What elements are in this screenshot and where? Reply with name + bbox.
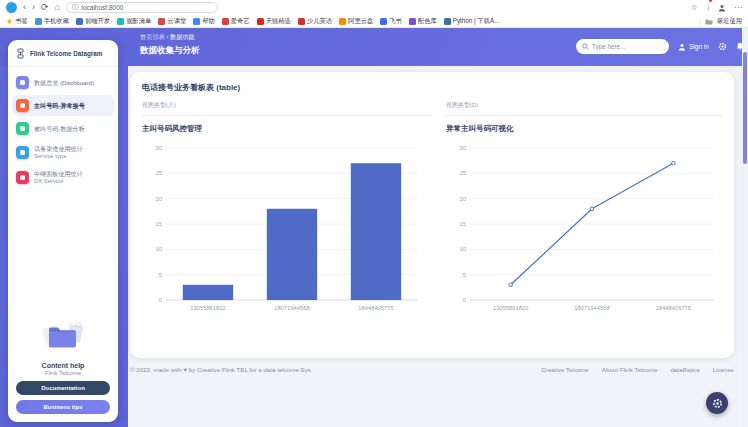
bookmark-item[interactable]: Python | 下载A... bbox=[444, 17, 500, 26]
bookmark-item[interactable]: 观影清单 bbox=[117, 17, 151, 26]
home-button[interactable]: ⌂ bbox=[55, 0, 60, 15]
bookmark-item[interactable]: 天猫精选 bbox=[257, 17, 291, 26]
favicon bbox=[35, 18, 42, 25]
sidebar-item-caller-abnormal[interactable]: 主叫号码-异常接号 bbox=[12, 95, 114, 116]
settings-gear-icon[interactable] bbox=[718, 42, 727, 51]
svg-text:5: 5 bbox=[463, 272, 466, 278]
bookmark-label: 少儿英语 bbox=[307, 17, 332, 26]
bar-chart-title: 主叫号码风控管理 bbox=[142, 124, 432, 134]
bookmark-label: 阿里云盘 bbox=[348, 17, 373, 26]
help-subtitle: Flink Telcome bbox=[16, 370, 110, 376]
sidebar-item-service-type[interactable]: 话务渠道使用统计Service type bbox=[12, 141, 114, 164]
profile-icon[interactable] bbox=[718, 4, 726, 12]
svg-text:0: 0 bbox=[463, 297, 466, 303]
browser-toolbar: ‹ › ⟳ ⌂ ⓘ localhost:8000 ☆ ↓ ⋯ bbox=[0, 0, 748, 15]
browser-logo-icon bbox=[6, 2, 17, 13]
icon-glyph bbox=[20, 126, 25, 131]
search-input[interactable] bbox=[592, 43, 662, 50]
favicon bbox=[222, 18, 229, 25]
svg-text:15: 15 bbox=[156, 221, 162, 227]
favicon bbox=[444, 18, 451, 25]
svg-text:25: 25 bbox=[156, 170, 162, 176]
sidebar-item-label: 话务渠道使用统计Service type bbox=[34, 145, 83, 160]
page-title: 数据收集与分析 bbox=[140, 45, 200, 57]
bookmark-star-icon[interactable]: ☆ bbox=[691, 0, 698, 15]
bookmark-item[interactable]: 手机收藏 bbox=[35, 17, 69, 26]
sidebar-item-label: 中继面板使用统计DX Service bbox=[34, 170, 83, 185]
bookmark-item[interactable]: 阿里云盘 bbox=[339, 17, 373, 26]
svg-text:10: 10 bbox=[156, 246, 162, 252]
brand-name: Flink Telcome Datagram bbox=[30, 50, 102, 57]
sidebar-item-dx-service[interactable]: 中继面板使用统计DX Service bbox=[12, 166, 114, 189]
address-bar[interactable]: ⓘ localhost:8000 bbox=[66, 2, 218, 13]
bookmark-item[interactable]: 爱奇艺 bbox=[222, 17, 250, 26]
callee-analysis-icon bbox=[16, 122, 29, 135]
footer-link[interactable]: License bbox=[713, 366, 734, 373]
favicon bbox=[193, 18, 200, 25]
bookmark-item[interactable]: 飞书 bbox=[380, 17, 402, 26]
footer-link[interactable]: dataRejice bbox=[670, 366, 699, 373]
bookmark-label: Python | 下载A... bbox=[453, 17, 500, 26]
bookmark-label: 配色库 bbox=[418, 17, 437, 26]
sidebar-item-sublabel: DX Service bbox=[34, 178, 83, 185]
svg-text:18448405775: 18448405775 bbox=[358, 305, 393, 311]
copyright-text: © 2022, made with ♥ by Creative Flink TE… bbox=[130, 366, 313, 373]
downloads-icon[interactable]: ↓ bbox=[706, 0, 710, 15]
bookmark-item[interactable]: 前端开发 bbox=[76, 17, 110, 26]
brand[interactable]: Flink Telcome Datagram bbox=[8, 40, 118, 67]
svg-text:5: 5 bbox=[159, 272, 162, 278]
svg-text:20: 20 bbox=[460, 196, 466, 202]
footer-link[interactable]: Creative Telcome bbox=[541, 366, 589, 373]
icon-glyph bbox=[20, 175, 25, 180]
sidebar-item-callee-analysis[interactable]: 被叫号码-数据分析 bbox=[12, 118, 114, 139]
sidebar-item-dashboard[interactable]: 数据总览 (Dashboard) bbox=[12, 72, 114, 93]
star-icon: ★ bbox=[6, 18, 13, 25]
favicon bbox=[158, 18, 165, 25]
bar-chart: 0510152025301305586182218071944568184484… bbox=[142, 138, 426, 318]
reload-button[interactable]: ⟳ bbox=[41, 0, 49, 15]
left-view-tag: 视图类型(入) bbox=[142, 101, 432, 116]
page-header: 首页仪表 / 数据功能 数据收集与分析 bbox=[140, 33, 200, 57]
sidebar-item-label: 被叫号码-数据分析 bbox=[34, 125, 85, 133]
dx-service-icon bbox=[16, 171, 29, 184]
sidebar-help: Content help Flink Telcome Documentation… bbox=[8, 319, 118, 422]
gear-icon bbox=[712, 398, 723, 409]
back-button[interactable]: ‹ bbox=[23, 0, 26, 15]
icon-glyph bbox=[20, 103, 25, 108]
bookmark-label: 手机收藏 bbox=[44, 17, 69, 26]
bookmark-item[interactable]: 帮助 bbox=[193, 17, 215, 26]
svg-text:10: 10 bbox=[460, 246, 466, 252]
bookmark-item[interactable]: 少儿英语 bbox=[298, 17, 332, 26]
download-badge bbox=[709, 0, 712, 2]
recent-bookmarks-label[interactable]: 最近使用 bbox=[717, 17, 742, 26]
bookmark-label: 天猫精选 bbox=[266, 17, 291, 26]
documentation-button[interactable]: Documentation bbox=[16, 381, 110, 395]
sign-in-button[interactable]: Sign in bbox=[678, 43, 709, 51]
settings-fab[interactable] bbox=[706, 392, 728, 414]
bookmark-item[interactable]: 云课堂 bbox=[158, 17, 186, 26]
svg-text:25: 25 bbox=[460, 170, 466, 176]
browser-menu-icon[interactable]: ⋯ bbox=[734, 0, 742, 15]
favicon bbox=[76, 18, 83, 25]
footer-link[interactable]: About Flink Telcome bbox=[602, 366, 658, 373]
bookmark-item[interactable]: 配色库 bbox=[409, 17, 437, 26]
svg-text:18448405775: 18448405775 bbox=[656, 305, 691, 311]
folder-icon bbox=[705, 18, 713, 25]
business-tips-button[interactable]: Business tips bbox=[16, 400, 110, 414]
sidebar-item-sublabel: Service type bbox=[34, 153, 83, 160]
breadcrumb-current: 数据功能 bbox=[170, 33, 195, 40]
bookmark-item[interactable]: ★书签 bbox=[6, 17, 28, 26]
icon-glyph bbox=[20, 80, 25, 85]
site-info-icon[interactable]: ⓘ bbox=[72, 3, 79, 12]
user-icon bbox=[678, 43, 686, 51]
forward-button[interactable]: › bbox=[32, 0, 35, 15]
search-box[interactable] bbox=[576, 39, 669, 54]
right-chart-panel: 视图类型(D) 异常主叫号码可视化 0510152025301305586182… bbox=[432, 101, 722, 322]
header-controls: Sign in bbox=[576, 39, 744, 54]
breadcrumb-root[interactable]: 首页仪表 bbox=[140, 33, 165, 40]
line-chart: 0510152025301305586182218071944568184484… bbox=[446, 138, 722, 318]
icon-glyph bbox=[20, 150, 25, 155]
scrollbar-thumb[interactable] bbox=[743, 52, 747, 164]
breadcrumb-sep-glyph: / bbox=[166, 33, 168, 40]
page-scrollbar[interactable] bbox=[742, 28, 748, 427]
